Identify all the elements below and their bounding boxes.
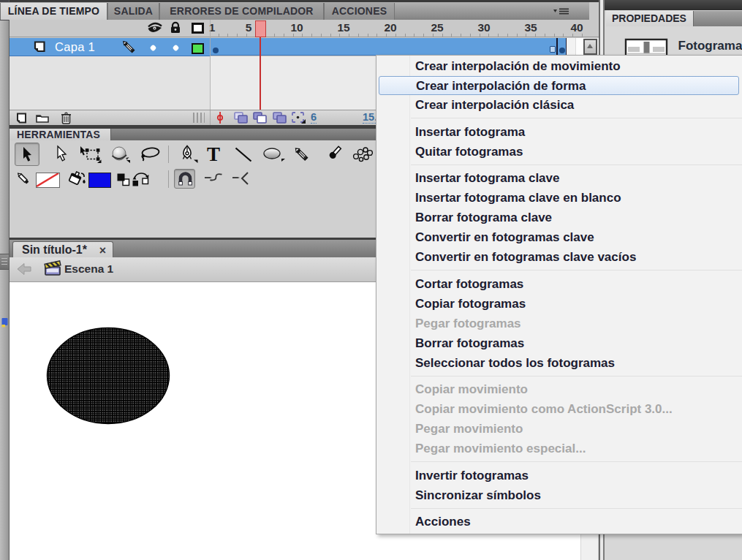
lock-icon[interactable] — [170, 22, 181, 34]
ruler-label: 5 — [246, 21, 252, 34]
ruler-label: 25 — [431, 21, 443, 34]
deco-tool-icon — [351, 146, 374, 164]
collapsed-dock-strip[interactable] — [0, 0, 10, 560]
brush-tool-button[interactable] — [319, 143, 346, 166]
pencil-tool-button[interactable] — [289, 143, 314, 166]
keyframe-dot-frame1[interactable] — [213, 48, 219, 53]
menu-item-insertar-fotograma-clave-en-blanco[interactable]: Insertar fotograma clave en blanco — [376, 188, 742, 208]
lasso-tool-button[interactable] — [137, 143, 163, 166]
new-layer-icon[interactable] — [15, 113, 27, 124]
onion-skin-icon[interactable] — [234, 112, 248, 124]
selected-frame-span[interactable] — [210, 38, 556, 56]
black-white-colors-icon[interactable] — [116, 173, 131, 187]
panel-menu-icon[interactable] — [553, 7, 575, 16]
magnet-icon — [178, 173, 192, 186]
layer-visible-dot[interactable] — [150, 44, 157, 51]
scene-clapperboard-icon — [45, 260, 61, 277]
pencil-tool-icon — [292, 145, 312, 164]
selection-tool-button[interactable] — [15, 143, 39, 166]
timeline-scroll-up-button[interactable] — [583, 39, 597, 55]
tab-linea-de-tiempo[interactable]: LÍNEA DE TIEMPO — [0, 3, 107, 20]
center-frame-icon[interactable] — [216, 112, 224, 124]
tab-herramientas[interactable]: HERRAMIENTAS — [10, 129, 111, 140]
tools-divider — [168, 170, 169, 188]
layer-outline-swatch[interactable] — [192, 43, 204, 54]
swap-colors-icon[interactable] — [132, 172, 151, 187]
span-end-hollow-rect[interactable] — [550, 46, 556, 53]
menu-item-pegar-movimiento-especial[interactable]: Pegar movimiento especial... — [376, 439, 742, 458]
menu-item-copiar-movimiento-como-actionscript[interactable]: Copiar movimiento como ActionScript 3.0.… — [376, 399, 742, 419]
selection-tool-icon — [22, 147, 34, 163]
stroke-color-pencil-icon[interactable] — [15, 170, 34, 187]
free-transform-tool-button[interactable] — [77, 143, 103, 166]
tab-acciones[interactable]: ACCIONES — [324, 3, 395, 20]
scene-name[interactable]: Escena 1 — [64, 262, 113, 276]
menu-item-quitar-fotogramas[interactable]: Quitar fotogramas — [376, 142, 742, 162]
line-tool-button[interactable] — [231, 143, 256, 166]
menu-item-crear-interpolacion-de-forma[interactable]: Crear interpolación de forma — [379, 76, 739, 95]
tools-divider — [168, 145, 169, 163]
outline-square-icon[interactable] — [192, 23, 204, 34]
panel-resize-grip[interactable] — [193, 113, 205, 123]
subselection-tool-icon — [56, 146, 68, 162]
menu-item-crear-interpolacion-clasica[interactable]: Crear interpolación clásica — [376, 95, 742, 115]
frame-row[interactable] — [210, 38, 599, 56]
edit-multiple-frames-icon[interactable] — [273, 112, 287, 124]
menu-item-convertir-en-fotogramas-clave-vacios[interactable]: Convertir en fotogramas clave vacíos — [376, 247, 742, 267]
menu-item-borrar-fotogramas[interactable]: Borrar fotogramas — [376, 333, 742, 353]
properties-top-edge — [605, 0, 742, 10]
menu-item-copiar-fotogramas[interactable]: Copiar fotogramas — [376, 294, 742, 314]
layer-frame-divider[interactable] — [210, 20, 211, 110]
deco-tool-button[interactable] — [348, 143, 376, 166]
fill-color-swatch[interactable] — [88, 173, 111, 188]
smooth-option-icon[interactable] — [204, 171, 226, 187]
layer-lock-dot[interactable] — [172, 44, 179, 51]
menu-item-crear-interpolacion-de-movimiento[interactable]: Crear interpolación de movimiento — [376, 56, 742, 76]
selection-type-label: Fotograma — [678, 39, 742, 53]
menu-item-acciones[interactable]: Acciones — [376, 512, 742, 531]
menu-item-pegar-fotogramas[interactable]: Pegar fotogramas — [376, 314, 742, 333]
stroke-color-swatch[interactable] — [36, 173, 60, 188]
menu-item-sincronizar-simbolos[interactable]: Sincronizar símbolos — [376, 485, 742, 505]
layer-row-capa1[interactable]: Capa 1 — [10, 38, 210, 56]
text-tool-button[interactable]: T — [202, 143, 227, 166]
tab-errores-de-compilador[interactable]: ERRORES DE COMPILADOR — [159, 3, 324, 20]
dock-grip-handle[interactable] — [0, 254, 9, 270]
menu-item-seleccionar-todos-los-fotogramas[interactable]: Seleccionar todos los fotogramas — [376, 353, 742, 373]
eye-icon[interactable] — [147, 22, 163, 34]
keyframe-dot-frame38[interactable] — [559, 48, 565, 53]
straighten-option-icon[interactable] — [232, 171, 252, 187]
menu-item-borrar-fotograma-clave[interactable]: Borrar fotograma clave — [376, 208, 742, 227]
menu-item-convertir-en-fotogramas-clave[interactable]: Convertir en fotogramas clave — [376, 227, 742, 247]
tab-propiedades[interactable]: PROPIEDADES — [606, 10, 693, 26]
menu-item-insertar-fotograma[interactable]: Insertar fotograma — [376, 122, 742, 142]
oval-tool-button[interactable] — [260, 143, 287, 166]
menu-item-copiar-movimiento[interactable]: Copiar movimiento — [376, 379, 742, 399]
selected-ellipse-shape[interactable] — [47, 328, 171, 425]
back-arrow-icon[interactable] — [17, 262, 31, 276]
delete-layer-trash-icon[interactable] — [61, 112, 72, 124]
menu-separator — [376, 267, 742, 274]
layer-name[interactable]: Capa 1 — [55, 40, 95, 54]
3d-rotation-tool-button[interactable] — [107, 143, 133, 166]
tab-salida[interactable]: SALIDA — [107, 3, 159, 20]
tab-label: PROPIEDADES — [612, 12, 686, 24]
snap-to-objects-button[interactable] — [174, 169, 195, 189]
playhead-handle[interactable] — [255, 20, 266, 37]
onion-skin-outlines-icon[interactable] — [253, 112, 267, 124]
close-icon[interactable]: × — [99, 243, 106, 258]
menu-separator — [376, 458, 742, 466]
pen-tool-button[interactable] — [176, 143, 201, 166]
menu-item-pegar-movimiento[interactable]: Pegar movimiento — [376, 419, 742, 439]
menu-item-cortar-fotogramas[interactable]: Cortar fotogramas — [376, 274, 742, 294]
subselection-tool-button[interactable] — [49, 143, 74, 166]
tab-label: ACCIONES — [332, 5, 387, 17]
menu-item-insertar-fotograma-clave[interactable]: Insertar fotograma clave — [376, 168, 742, 188]
menu-item-invertir-fotogramas[interactable]: Invertir fotogramas — [376, 466, 742, 485]
fill-bucket-icon[interactable] — [67, 170, 88, 188]
collapsed-panel-icon[interactable] — [1, 317, 9, 328]
document-tab[interactable]: Sin título-1* × — [12, 241, 113, 257]
current-frame-value[interactable]: 6 — [311, 112, 317, 124]
modify-markers-icon[interactable] — [292, 112, 306, 124]
new-folder-icon[interactable] — [36, 113, 49, 123]
